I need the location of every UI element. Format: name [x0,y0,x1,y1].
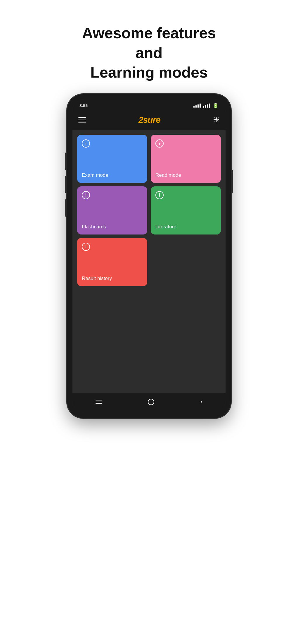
page-header: Awesome features and Learning modes [70,0,228,94]
read-mode-card[interactable]: i Read mode [151,135,221,183]
signal-bar [203,106,204,108]
literature-label: Literature [155,224,216,230]
info-icon[interactable]: i [82,243,90,251]
logo-text: sure [143,115,160,125]
signal-bar [200,104,201,108]
status-right: 🔋 [193,103,219,108]
result-history-card[interactable]: i Result history [77,238,147,286]
signal-bar [205,105,206,108]
app-logo: 2sure [138,115,160,125]
nav-hamburger-icon[interactable] [96,400,102,404]
header-line1: Awesome features [82,24,216,41]
grid-content: i Exam mode i Read mode i Flashcards [72,130,226,291]
signal-bar [197,104,199,108]
hamburger-line [78,120,86,120]
header-line3: Learning modes [90,64,208,81]
read-mode-label: Read mode [155,172,216,178]
nav-circle [148,399,154,405]
phone-frame: 8:55 🔋 [67,94,231,418]
nav-line [96,400,102,400]
logo-number: 2 [138,115,143,125]
hamburger-line [78,122,86,123]
literature-card[interactable]: i Literature [151,186,221,235]
bottom-nav: ‹ [72,393,226,413]
signal-bar [195,105,197,108]
feature-grid: i Exam mode i Read mode i Flashcards [77,135,221,286]
empty-area [72,291,226,393]
header-line2: and [136,44,162,61]
nav-home-icon[interactable] [148,399,154,405]
exam-mode-label: Exam mode [82,172,143,178]
hamburger-line [78,117,86,118]
nav-line [96,402,102,402]
signal-bars-2 [203,104,210,108]
info-icon[interactable]: i [82,139,90,148]
phone-screen: 8:55 🔋 [72,99,226,413]
result-history-label: Result history [82,276,143,281]
signal-bar [207,104,208,108]
status-time: 8:55 [79,103,88,108]
nav-hamburger [96,400,102,404]
signal-bar [193,106,195,108]
exam-mode-card[interactable]: i Exam mode [77,135,147,183]
hamburger-menu-icon[interactable] [78,117,86,123]
battery-icon: 🔋 [213,103,219,108]
info-icon[interactable]: i [155,191,164,199]
info-icon[interactable]: i [82,191,90,199]
signal-bars-1 [193,104,201,108]
status-bar: 8:55 🔋 [72,99,226,111]
nav-back-icon[interactable]: ‹ [200,398,202,406]
app-header: 2sure ☀ [72,111,226,130]
flashcards-card[interactable]: i Flashcards [77,186,147,235]
theme-toggle-icon[interactable]: ☀ [213,115,220,124]
signal-bar [209,104,210,108]
info-icon[interactable]: i [155,139,164,148]
phone-wrapper: 8:55 🔋 [67,94,231,418]
flashcards-label: Flashcards [82,224,143,230]
nav-line [96,403,102,404]
